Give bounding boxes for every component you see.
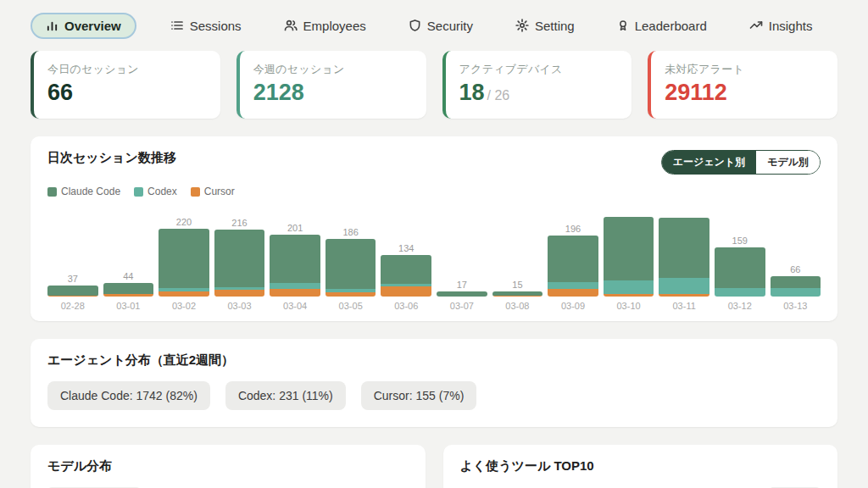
bar-segment	[47, 286, 98, 296]
stat-cards-row: 今日のセッション66今週のセッション2128アクティブデバイス18/ 26未対応…	[31, 51, 837, 119]
bar-stack	[604, 217, 654, 297]
list-icon	[170, 19, 184, 32]
x-axis-tick: 02-28	[47, 301, 98, 311]
bar-segment	[103, 283, 154, 294]
bar-segment	[214, 290, 265, 297]
bar-segment	[159, 291, 209, 297]
people-icon	[284, 19, 298, 32]
agent-chip: Codex: 231 (11%)	[225, 381, 346, 410]
model-distribution-title: モデル分布	[47, 458, 409, 474]
bar-value-label	[604, 204, 654, 217]
agent-distribution-card: エージェント分布（直近2週間） Claude Code: 1742 (82%)C…	[31, 339, 837, 427]
stat-value: 18/ 26	[459, 80, 617, 106]
toggle-segment[interactable]: エージェント別	[662, 151, 756, 174]
stat-value: 66	[47, 80, 205, 106]
chart-legend: Claude CodeCodexCursor	[47, 186, 821, 197]
stat-card: 今日のセッション66	[31, 51, 220, 119]
chart-mode-toggle: エージェント別モデル別	[661, 150, 821, 175]
stat-label: 今日のセッション	[47, 62, 205, 77]
legend-label: Claude Code	[61, 186, 120, 197]
bar-segment	[548, 236, 598, 281]
bar-group: 15	[492, 279, 543, 297]
stat-card: アクティブデバイス18/ 26	[442, 51, 632, 119]
bar-segment	[214, 230, 265, 287]
bar-stack	[715, 247, 765, 297]
bar-value-label: 159	[715, 235, 765, 247]
bar-segment	[659, 294, 709, 297]
nav-item-label: Employees	[303, 19, 366, 33]
nav-item-leaderboard[interactable]: Leaderboard	[609, 13, 715, 39]
legend-item: Cursor	[191, 186, 235, 197]
x-axis-tick: 03-10	[604, 301, 654, 311]
top-tools-title: よく使うツール TOP10	[460, 458, 821, 474]
agent-chip: Cursor: 155 (7%)	[361, 381, 477, 410]
bar-value-label: 37	[47, 273, 98, 286]
stat-card: 今週のセッション2128	[236, 51, 426, 119]
bar-stack	[214, 230, 265, 297]
nav-item-insights[interactable]: Insights	[741, 13, 821, 39]
trending-up-icon	[749, 19, 763, 32]
bar-group: 186	[326, 226, 376, 297]
nav-item-setting[interactable]: Setting	[507, 13, 583, 39]
toggle-segment[interactable]: モデル別	[756, 151, 820, 174]
x-axis-tick: 03-09	[548, 301, 598, 311]
bar-stack	[437, 291, 487, 297]
bar-segment	[270, 235, 320, 284]
x-axis-tick: 03-12	[715, 301, 765, 311]
bar-segment	[326, 292, 376, 297]
bar-value-label: 134	[381, 242, 431, 255]
bar-stack	[548, 236, 598, 297]
bar-stack	[381, 255, 431, 297]
legend-label: Cursor	[204, 186, 235, 197]
top-tools-card: よく使うツール TOP10 1.cursor.composer296830	[443, 445, 838, 488]
bar-value-label: 220	[159, 216, 209, 229]
medal-icon	[617, 19, 629, 32]
bar-segment	[159, 229, 209, 289]
bar-segment	[659, 278, 709, 294]
bar-stack	[159, 229, 209, 297]
bar-group: 17	[437, 279, 487, 297]
model-distribution-card: モデル分布 claude-opus-4-6170513 (69%)	[31, 445, 426, 488]
stat-label: アクティブデバイス	[459, 62, 617, 77]
nav-item-employees[interactable]: Employees	[275, 13, 375, 39]
x-axis-tick: 03-01	[103, 301, 154, 311]
stat-value: 2128	[253, 80, 411, 106]
legend-swatch	[191, 187, 200, 197]
shield-icon	[409, 19, 421, 32]
bar-value-label: 66	[771, 263, 821, 276]
bar-stack	[771, 276, 821, 297]
daily-sessions-card: 日次セッション数推移 エージェント別モデル別 Claude CodeCodexC…	[31, 136, 837, 321]
nav-item-sessions[interactable]: Sessions	[162, 13, 250, 39]
stat-value: 29112	[665, 80, 822, 106]
nav-item-label: Sessions	[190, 19, 242, 33]
nav-item-label: Leaderboard	[635, 19, 707, 33]
x-axis-tick: 03-03	[214, 301, 265, 311]
x-axis-tick: 03-06	[381, 301, 431, 311]
bar-group: 44	[103, 270, 154, 297]
bar-group: 37	[47, 273, 98, 297]
stat-suffix: / 26	[487, 88, 510, 103]
bar-group: 220	[159, 216, 209, 297]
bar-segment	[604, 217, 654, 280]
bar-segment	[492, 296, 543, 297]
bar-stack	[103, 283, 154, 297]
agent-distribution-title: エージェント分布（直近2週間）	[47, 352, 821, 369]
bar-segment	[381, 255, 431, 284]
bar-segment	[326, 239, 376, 289]
bar-stack	[659, 218, 709, 297]
stat-label: 未対応アラート	[665, 62, 822, 77]
x-axis-tick: 03-11	[659, 301, 709, 311]
bar-segment	[381, 286, 431, 297]
bar-stack	[270, 235, 320, 297]
nav-item-security[interactable]: Security	[400, 13, 481, 39]
bar-segment	[715, 247, 765, 288]
nav-item-overview[interactable]: Overview	[31, 13, 136, 39]
legend-label: Codex	[147, 186, 177, 197]
legend-item: Codex	[134, 186, 177, 197]
bar-value-label	[659, 205, 709, 218]
bar-group: 216	[214, 217, 265, 297]
stat-label: 今週のセッション	[253, 62, 411, 77]
bar-value-label: 15	[492, 279, 543, 291]
bar-group: 66	[771, 263, 821, 297]
gear-icon	[515, 19, 529, 32]
